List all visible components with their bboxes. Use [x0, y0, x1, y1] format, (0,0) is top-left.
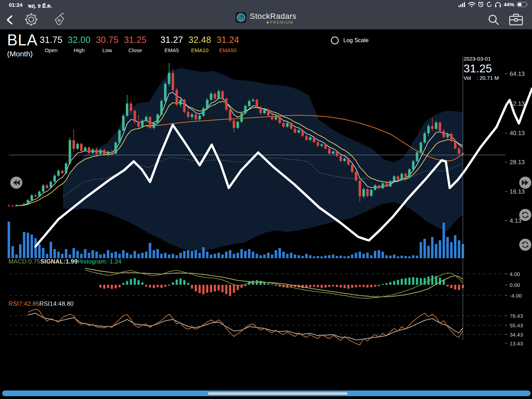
macd-legend: MACD:0.75SIGNAL:1.99Histogram:-1.24 — [9, 258, 122, 265]
rsi14-value: RSI14:48.80 — [39, 300, 74, 307]
crosshair-date: 2023-03-01 — [464, 56, 499, 62]
rsi-axis-label: 76.43 — [510, 313, 523, 319]
price-axis-label: 64.13 — [510, 71, 525, 77]
price-axis-label: 16.13 — [510, 188, 525, 195]
compare-toggle-button[interactable] — [519, 209, 531, 221]
rsi7-line — [28, 309, 463, 345]
rsi-legend: RSI7:42.85RSI14:48.80 — [9, 300, 74, 307]
scroll-right-button[interactable] — [519, 177, 531, 189]
price-axis-label: 52.13 — [510, 100, 525, 107]
price-axis-label: 40.13 — [510, 130, 525, 137]
scroll-left-button[interactable] — [10, 177, 22, 189]
macd-axis-label: 4.00 — [510, 271, 520, 277]
crosshair-price: 31.25 — [464, 62, 499, 74]
macd-axis-label: -4.00 — [510, 293, 522, 299]
price-axis-label: 28.13 — [510, 159, 525, 166]
crosshair-vol-label: Vol — [464, 75, 471, 81]
rsi-axis-label: 13.43 — [510, 340, 523, 347]
rsi-axis-label: 34.43 — [510, 332, 523, 338]
crosshair-vol-value: : 20.71 M — [477, 75, 499, 81]
macd-value: MACD:0.75 — [9, 258, 40, 265]
crosshair-info: 2023-03-01 31.25 Vol : 20.71 M — [464, 56, 499, 81]
bollinger-band — [63, 68, 463, 251]
histogram-value: Histogram:-1.24 — [78, 258, 122, 265]
app-screen: 01:24 พฤ. 9 มี.ค. 44% — [0, 0, 532, 399]
macd-histogram — [99, 276, 464, 296]
refresh-loop-button[interactable] — [519, 239, 531, 251]
rsi14-line — [28, 313, 463, 340]
rsi-axis-label: 55.43 — [510, 322, 523, 328]
price-axis-label: 4.13 — [510, 217, 521, 224]
chart-canvas[interactable]: 64.1352.1340.1328.1316.134.134.000.00-4.… — [0, 0, 532, 399]
home-indicator[interactable] — [208, 392, 348, 395]
macd-axis-label: 0.00 — [510, 282, 520, 288]
rsi7-value: RSI7:42.85 — [9, 300, 39, 307]
signal-value: SIGNAL:1.99 — [40, 258, 78, 265]
